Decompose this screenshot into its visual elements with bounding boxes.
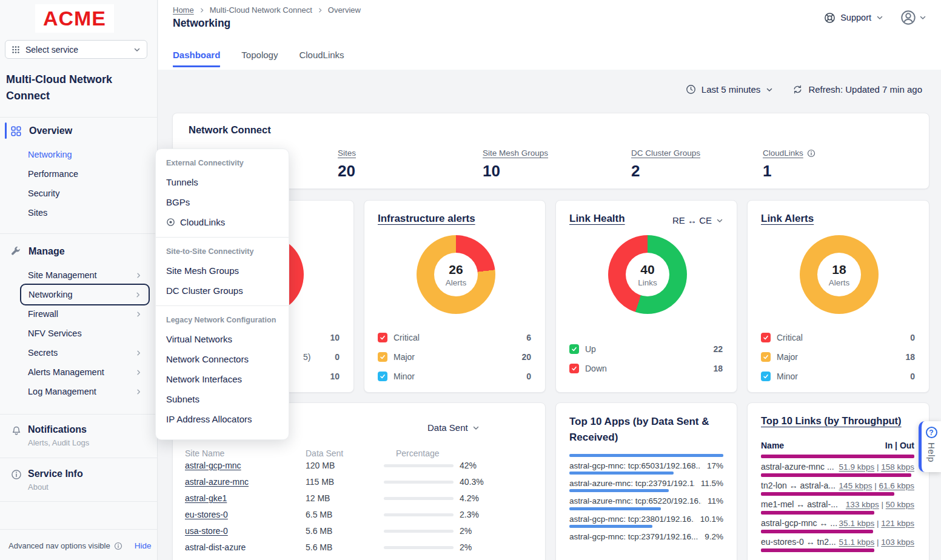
stat-sites-link[interactable]: Sites <box>338 148 356 158</box>
stat-cloudlinks-link[interactable]: CloudLinks <box>763 148 803 158</box>
donut-center: 40 Links <box>608 235 687 314</box>
service-selector[interactable]: Select service <box>5 40 147 59</box>
stat-dc-cluster-groups-link[interactable]: DC Cluster Groups <box>631 148 700 158</box>
hide-advanced-nav-button[interactable]: Hide <box>135 541 152 550</box>
sidebar-item-log-management[interactable]: Log Management <box>21 382 149 401</box>
sidebar-item-networking-manage[interactable]: Networking <box>20 284 150 305</box>
site-name-link[interactable]: usa-store-0 <box>185 526 228 536</box>
data-sent-value: 5.6 MB <box>306 542 332 552</box>
donut-center-label: Alerts <box>446 278 467 287</box>
link-in-value[interactable]: 133 kbps <box>846 500 879 509</box>
breadcrumb: Home Multi-Cloud Network Connect Overvie… <box>173 5 361 15</box>
flyout-item-tunnels[interactable]: Tunnels <box>156 172 289 192</box>
sidebar-item-service-info[interactable]: Service Info <box>28 468 83 479</box>
user-account-menu[interactable] <box>900 10 926 25</box>
link-out-value[interactable]: 50 kbps <box>886 500 914 509</box>
flyout-item-dc-cluster-groups[interactable]: DC Cluster Groups <box>156 281 289 301</box>
tab-cloudlinks[interactable]: CloudLinks <box>299 50 344 67</box>
stat-site-mesh-groups: Site Mesh Groups 10 <box>483 148 548 181</box>
flyout-item-ip-address-allocators[interactable]: IP Address Allocators <box>156 409 289 429</box>
sidebar-item-sites[interactable]: Sites <box>28 208 47 218</box>
flyout-item-virtual-networks[interactable]: Virtual Networks <box>156 329 289 349</box>
app-row: astral-gcp-mnc: tcp:23801/192.16... 10.1… <box>569 515 723 524</box>
sidebar-item-secrets[interactable]: Secrets <box>21 344 149 362</box>
flyout-item-site-mesh-groups[interactable]: Site Mesh Groups <box>156 261 289 281</box>
percentage-value: 40.3% <box>460 477 484 487</box>
stat-site-mesh-groups-link[interactable]: Site Mesh Groups <box>483 148 548 158</box>
checkbox-down[interactable] <box>569 364 579 373</box>
refresh-button[interactable]: Refresh: Updated 7 min ago <box>792 84 922 95</box>
flyout-item-network-interfaces[interactable]: Network Interfaces <box>156 369 289 389</box>
link-bar <box>761 511 914 515</box>
column-header-percentage: Percentage <box>396 448 440 458</box>
flyout-item-network-connectors[interactable]: Network Connectors <box>156 349 289 369</box>
user-avatar-icon <box>900 10 916 25</box>
checkbox-major[interactable] <box>761 352 771 362</box>
link-alerts-card: Link Alerts 18 Alerts Critical 0 Major 1… <box>747 200 929 393</box>
tab-dashboard[interactable]: Dashboard <box>173 50 220 67</box>
sidebar-item-networking[interactable]: Networking <box>28 150 72 160</box>
sidebar-item-alerts-management[interactable]: Alerts Management <box>21 363 149 381</box>
link-in-value[interactable]: 51.9 kbps <box>839 462 875 472</box>
sidebar-item-firewall[interactable]: Firewall <box>21 305 149 323</box>
page-title: Networking <box>173 17 230 30</box>
legend-label: Critical <box>777 333 803 342</box>
app-row: astral-gcp-mnc: tcp:23791/192.16... 9.2% <box>569 532 723 541</box>
link-out-value[interactable]: 103 kbps <box>881 538 914 547</box>
infrastructure-alerts-title[interactable]: Infrastructure alerts <box>378 213 475 225</box>
breadcrumb-item[interactable]: Overview <box>328 5 361 15</box>
table-row: astral-gke1 12 MB 4.2% <box>185 493 532 504</box>
sidebar-item-notifications[interactable]: Notifications <box>28 424 87 435</box>
sidebar-item-site-management[interactable]: Site Management <box>21 266 149 284</box>
flyout-item-subnets[interactable]: Subnets <box>156 389 289 409</box>
link-health-endpoint-filter[interactable]: RE ↔ CE <box>672 215 723 225</box>
link-in-value[interactable]: 145 kbps <box>839 481 872 490</box>
link-out-value[interactable]: 121 kbps <box>881 519 914 528</box>
flyout-item-cloudlinks[interactable]: CloudLinks <box>156 212 289 232</box>
link-bar <box>761 548 914 552</box>
link-in-value[interactable]: 35.1 kbps <box>839 519 875 528</box>
time-range-selector[interactable]: Last 5 minutes <box>686 84 774 95</box>
sidebar-item-nfv-services[interactable]: NFV Services <box>21 324 149 342</box>
checkbox-major[interactable] <box>378 352 387 362</box>
link-in-value[interactable]: 51.1 kbps <box>839 538 875 547</box>
acme-logo[interactable]: ACME <box>35 4 114 33</box>
data-sent-sort-dropdown[interactable]: Data Sent <box>427 422 480 433</box>
sidebar-section-overview[interactable]: Overview <box>0 122 158 139</box>
link-health-title[interactable]: Link Health <box>569 213 625 225</box>
site-name-link[interactable]: astral-azure-mnc <box>185 477 249 487</box>
sidebar-section-manage[interactable]: Manage <box>0 243 158 260</box>
legend-row-critical: Critical 6 <box>378 332 531 344</box>
tab-topology[interactable]: Topology <box>241 50 278 67</box>
checkbox-minor[interactable] <box>378 372 387 381</box>
link-name: eu-stores-0 ↔ tn2... <box>761 537 836 547</box>
link-out-value[interactable]: 61.6 kbps <box>879 481 914 490</box>
info-icon[interactable] <box>807 149 815 158</box>
legend-row-up: Up 22 <box>569 343 723 355</box>
checkbox-critical[interactable] <box>761 333 771 342</box>
app-percentage: 11% <box>708 496 723 505</box>
site-name-link[interactable]: astral-gcp-mnc <box>185 461 241 470</box>
app-percentage: 9.2% <box>705 532 723 541</box>
flyout-item-bgps[interactable]: BGPs <box>156 192 289 212</box>
sidebar-item-security[interactable]: Security <box>28 188 59 199</box>
checkbox-up[interactable] <box>569 344 579 354</box>
site-name-link[interactable]: astral-gke1 <box>185 493 227 503</box>
manage-section-label: Manage <box>28 246 65 257</box>
checkbox-minor[interactable] <box>761 372 771 381</box>
checkbox-critical[interactable] <box>378 333 387 342</box>
breadcrumb-item[interactable]: Multi-Cloud Network Connect <box>210 5 312 15</box>
sidebar-item-performance[interactable]: Performance <box>28 169 78 179</box>
link-out-value[interactable]: 158 kbps <box>881 462 914 472</box>
flyout-item-label: Subnets <box>166 394 199 404</box>
breadcrumb-home-link[interactable]: Home <box>173 5 194 15</box>
link-name: astral-gcp-mnc ↔ ... <box>761 518 837 528</box>
link-row: me1-mel ↔ astral-... 133 kbps | 50 kbps <box>761 499 914 509</box>
divider <box>0 233 158 234</box>
link-alerts-title[interactable]: Link Alerts <box>761 213 814 225</box>
top-right-actions: Support <box>824 10 926 25</box>
support-menu[interactable]: Support <box>824 12 883 24</box>
help-tab[interactable]: ? Help <box>919 421 941 472</box>
site-name-link[interactable]: eu-stores-0 <box>185 510 228 519</box>
top-links-title[interactable]: Top 10 Links (by Throughput) <box>761 415 902 427</box>
